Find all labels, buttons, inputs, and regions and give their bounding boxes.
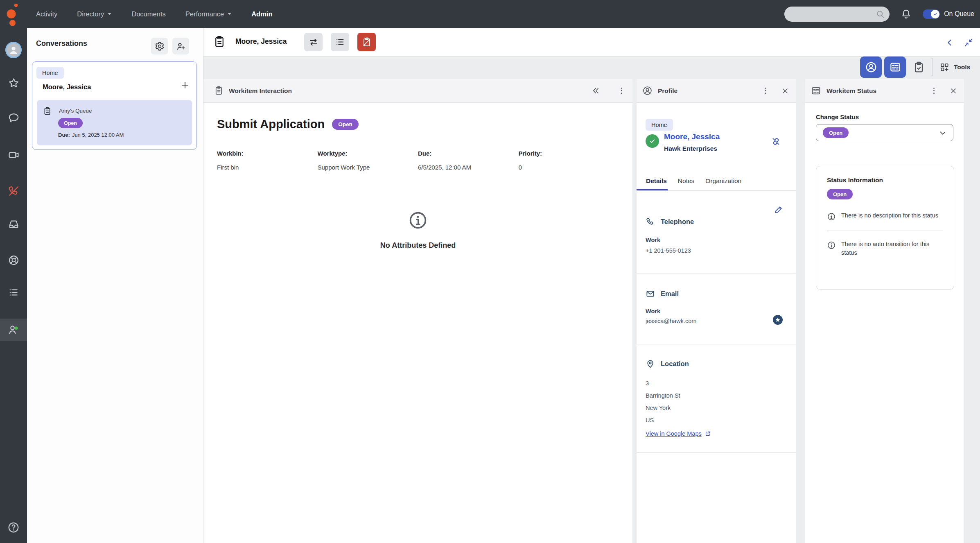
rail-inbox[interactable] xyxy=(0,213,27,235)
phone-type-label: Work xyxy=(646,237,660,243)
telephone-section: Telephone Work +1 201-555-0123 xyxy=(637,191,796,274)
panel-title: Workitem Status xyxy=(826,87,876,95)
disconnect-workitem-button[interactable] xyxy=(357,33,376,51)
clipboard-check-icon xyxy=(913,61,925,73)
field-value: 6/5/2025, 12:00 AM xyxy=(418,164,519,171)
collapse-panel-button[interactable] xyxy=(591,86,601,95)
rail-video[interactable] xyxy=(0,144,27,166)
list-icon xyxy=(335,37,345,47)
rail-agent-status[interactable] xyxy=(0,319,27,341)
workitem-title: Submit Application xyxy=(217,118,325,131)
rail-chat[interactable] xyxy=(0,106,27,129)
side-rail xyxy=(0,28,27,543)
chat-bubble-icon xyxy=(8,112,20,124)
field-label: Worktype: xyxy=(318,150,418,157)
details-list-button[interactable] xyxy=(331,33,349,51)
primary-email-star-button[interactable] xyxy=(773,315,783,325)
panel-menu-button[interactable] xyxy=(930,86,938,95)
workitem-interaction-header: Workitem Interaction xyxy=(203,79,632,103)
conversations-settings-button[interactable] xyxy=(151,38,168,54)
home-chip[interactable]: Home xyxy=(646,119,673,131)
close-panel-button[interactable] xyxy=(949,87,957,95)
workitem-status-header: Workitem Status xyxy=(805,79,964,103)
section-heading-label: Location xyxy=(661,360,689,368)
tools-label: Tools xyxy=(954,63,970,71)
rail-list[interactable] xyxy=(0,281,27,303)
field-label: Priority: xyxy=(519,150,619,157)
address-lines: 3 Barrington St New York US View in Goog… xyxy=(646,377,711,440)
minimize-button[interactable] xyxy=(964,38,973,49)
field-value: 0 xyxy=(519,164,619,171)
question-circle-icon xyxy=(7,521,20,534)
notifications-bell-icon[interactable] xyxy=(901,9,912,20)
field-worktype: Worktype: Support Work Type xyxy=(318,150,418,171)
phone-slash-icon xyxy=(8,185,20,197)
workitem-status-toggle-button[interactable] xyxy=(884,57,906,78)
rail-phone-disabled[interactable] xyxy=(0,180,27,202)
nav-item-documents[interactable]: Documents xyxy=(131,10,165,18)
person-circle-icon xyxy=(642,86,653,96)
field-workbin: Workbin: First bin xyxy=(217,150,318,171)
add-interaction-button[interactable] xyxy=(181,81,190,91)
inbox-tray-icon xyxy=(8,218,20,230)
location-section: Location 3 Barrington St New York US Vie… xyxy=(637,344,796,453)
phone-number: +1 201-555-0123 xyxy=(646,247,691,254)
edit-contact-button[interactable] xyxy=(774,205,784,216)
google-maps-link[interactable]: View in Google Maps xyxy=(646,428,711,440)
app-root: Activity Directory Documents Performance… xyxy=(0,0,980,543)
status-dropdown[interactable]: Open xyxy=(816,124,953,141)
clipboard-icon xyxy=(214,86,224,95)
chevron-down-icon xyxy=(938,129,947,139)
add-participant-button[interactable] xyxy=(172,38,189,54)
profile-header: Profile xyxy=(637,79,796,103)
home-tab-chip[interactable]: Home xyxy=(36,67,64,79)
search-input[interactable] xyxy=(791,7,874,23)
nav-item-label: Directory xyxy=(77,10,104,18)
nav-item-label: Performance xyxy=(185,10,224,18)
unlink-contact-button[interactable] xyxy=(771,136,781,148)
on-queue-toggle[interactable] xyxy=(923,9,940,19)
interaction-contact-name: Moore, Jessica xyxy=(235,37,287,46)
queue-name: Amy's Queue xyxy=(59,108,92,114)
search-icon xyxy=(876,9,885,19)
status-badge: Open xyxy=(332,119,359,130)
transfer-button[interactable] xyxy=(304,33,323,51)
person-plus-icon xyxy=(176,41,186,51)
tab-notes[interactable]: Notes xyxy=(678,177,695,185)
workitem-fields: Workbin: First bin Worktype: Support Wor… xyxy=(217,150,619,171)
conversations-title: Conversations xyxy=(36,39,87,48)
pencil-icon xyxy=(774,205,784,214)
conversation-list-item[interactable]: Amy's Queue Open Due:Jun 5, 2025 12:00 A… xyxy=(37,100,192,145)
field-priority: Priority: 0 xyxy=(519,150,619,171)
nav-item-directory[interactable]: Directory xyxy=(77,10,112,18)
panel-menu-button[interactable] xyxy=(617,86,626,95)
nav-item-label: Admin xyxy=(251,10,272,18)
contact-name-link[interactable]: Moore, Jessica xyxy=(664,132,763,141)
check-icon xyxy=(649,138,656,145)
rail-support[interactable] xyxy=(0,249,27,271)
user-avatar[interactable] xyxy=(0,39,27,61)
card-divider xyxy=(827,231,943,231)
profile-tabs: Details Notes Organization xyxy=(646,177,741,185)
section-heading-label: Telephone xyxy=(661,218,694,226)
profile-identity: Moore, Jessica Hawk Enterprises xyxy=(646,132,763,152)
tools-button[interactable]: Tools xyxy=(939,57,970,78)
profile-panel-toggle-button[interactable] xyxy=(860,57,882,78)
nav-item-performance[interactable]: Performance xyxy=(185,10,232,18)
nav-item-admin[interactable]: Admin xyxy=(251,10,272,18)
script-panel-button[interactable] xyxy=(910,59,927,75)
collapse-left-button[interactable] xyxy=(945,38,955,49)
workitem-body: Submit Application Open Workbin: First b… xyxy=(203,103,632,250)
due-label: Due: xyxy=(58,132,70,138)
nav-item-activity[interactable]: Activity xyxy=(36,10,57,18)
rail-favorites[interactable] xyxy=(0,72,27,94)
contact-company: Hawk Enterprises xyxy=(664,145,763,152)
clipboard-icon xyxy=(213,36,226,48)
status-board-icon xyxy=(811,86,821,96)
rail-help[interactable] xyxy=(0,516,27,538)
close-panel-button[interactable] xyxy=(781,87,789,95)
tab-details[interactable]: Details xyxy=(646,177,667,185)
tab-organization[interactable]: Organization xyxy=(705,177,741,185)
panel-menu-button[interactable] xyxy=(761,86,770,95)
toggle-knob xyxy=(931,10,939,18)
